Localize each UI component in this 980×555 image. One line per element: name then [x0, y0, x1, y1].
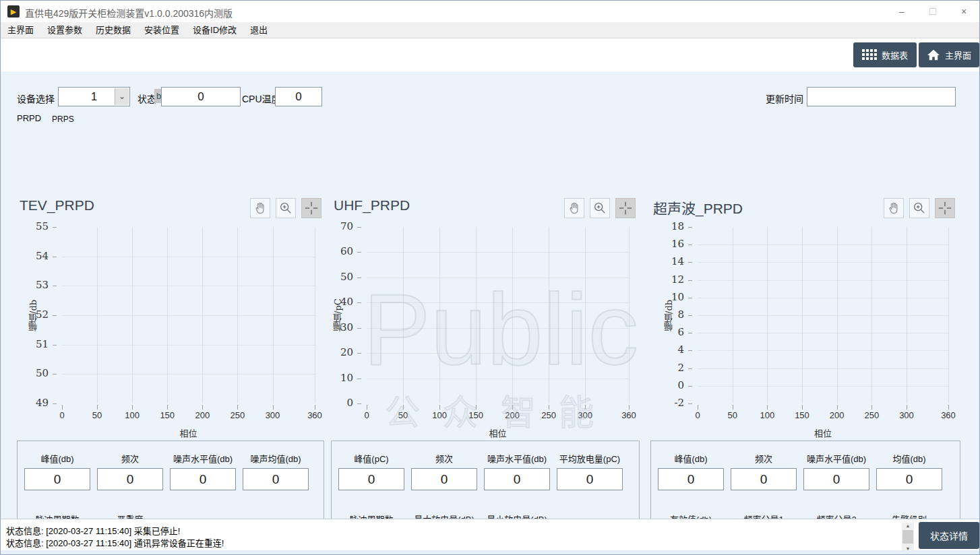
h-gridline [62, 374, 315, 374]
h-gridline [367, 353, 629, 354]
tab-prpd[interactable]: PRPD [17, 113, 41, 123]
crosshair-icon[interactable] [935, 198, 955, 218]
pan-icon[interactable] [884, 198, 904, 218]
data-table-button-label: 数据表 [882, 48, 908, 61]
y-axis-label: 幅值/pC [332, 227, 344, 403]
status-scrollbar[interactable]: ▲ ▼ [902, 523, 914, 552]
cpu-temp-field: 0 [275, 87, 322, 106]
x-tick-mark [476, 405, 477, 410]
menu-item-2[interactable]: 历史数据 [89, 23, 137, 38]
y-tick-mark [688, 244, 692, 245]
menu-item-4[interactable]: 设备ID修改 [186, 23, 243, 38]
field-label: 频次 [404, 452, 485, 465]
scrollbar-thumb[interactable] [902, 530, 913, 544]
zoom-in-icon[interactable] [590, 198, 610, 218]
crosshair-icon[interactable] [615, 198, 636, 218]
h-gridline [62, 345, 315, 346]
x-tick-mark [549, 405, 549, 410]
field-value-box: 0 [411, 468, 477, 490]
close-button[interactable]: × [948, 1, 979, 22]
h-gridline [698, 386, 948, 387]
field-label: 均值(db) [869, 452, 950, 465]
y-tick-mark [688, 298, 692, 298]
h-gridline [367, 302, 629, 303]
x-tick-label: 150 [462, 410, 489, 420]
x-tick-mark [132, 405, 133, 410]
x-tick-mark [767, 405, 768, 410]
x-tick-mark [439, 405, 440, 410]
zoom-in-icon[interactable] [276, 198, 296, 218]
menu-item-0[interactable]: 主界面 [1, 23, 40, 38]
zoom-in-icon[interactable] [909, 198, 929, 218]
x-tick-mark [315, 405, 315, 410]
v-gridline [512, 227, 513, 403]
h-gridline [698, 244, 948, 245]
crosshair-icon[interactable] [301, 198, 321, 218]
menu-item-1[interactable]: 设置参数 [40, 23, 89, 38]
window-title: 直供电429版开关柜检测装置v1.0.0.200316内测版 [25, 6, 233, 20]
x-tick-label: 200 [189, 410, 216, 420]
data-table-button[interactable]: 数据表 [853, 42, 917, 67]
x-tick-mark [698, 405, 698, 410]
x-tick-mark [97, 405, 98, 410]
grid-icon [862, 49, 877, 61]
field-value-box: 0 [170, 468, 236, 490]
status-value-field: 0 [161, 87, 241, 106]
status-message-2: 状态信息: [2020-03-27 11:15:40] 通讯异常设备正在重连! [6, 536, 224, 549]
v-gridline [439, 227, 440, 403]
v-gridline [315, 227, 315, 403]
x-tick-mark [167, 405, 168, 410]
home-icon [927, 49, 940, 61]
y-tick-mark [688, 368, 692, 369]
chevron-down-icon[interactable]: ⌄ [115, 88, 129, 105]
v-gridline [167, 227, 168, 403]
x-tick-mark [202, 405, 203, 410]
menu-item-5[interactable]: 退出 [243, 23, 274, 38]
y-tick-mark [357, 353, 361, 354]
maximize-button[interactable]: ☐ [917, 1, 948, 22]
v-gridline [767, 227, 768, 403]
x-tick-mark [871, 405, 872, 410]
x-tick-label: 250 [535, 410, 562, 420]
x-tick-mark [62, 405, 63, 410]
y-tick-mark [357, 379, 361, 379]
menu-item-3[interactable]: 安装位置 [137, 23, 186, 38]
field-value-box: 0 [243, 468, 309, 490]
app-window: ▶ 直供电429版开关柜检测装置v1.0.0.200316内测版 – ☐ × 主… [0, 0, 980, 555]
v-gridline [837, 227, 838, 403]
h-gridline [698, 280, 948, 281]
x-tick-label: 0 [684, 410, 711, 420]
scroll-up-icon[interactable]: ▲ [902, 523, 914, 529]
y-tick-mark [357, 302, 361, 303]
x-axis-label: 相位 [478, 426, 518, 439]
h-gridline [698, 315, 948, 316]
v-gridline [733, 227, 733, 403]
main-screen-button[interactable]: 主界面 [919, 42, 979, 67]
field-label: 频次 [723, 452, 804, 465]
app-icon: ▶ [7, 5, 20, 18]
h-gridline [367, 278, 629, 278]
x-tick-mark [403, 405, 404, 410]
field-label: 峰值(pC) [331, 452, 412, 465]
v-gridline [629, 227, 630, 403]
x-axis-label: 相位 [169, 426, 209, 439]
x-tick-label: 50 [719, 410, 746, 420]
v-gridline [585, 227, 586, 403]
field-label: 噪声水平值(db) [162, 452, 243, 465]
device-select-dropdown[interactable]: 1 ⌄ [58, 87, 130, 106]
status-detail-button[interactable]: 状态详情 [919, 522, 979, 549]
y-tick-mark [53, 286, 57, 286]
tab-prps[interactable]: PRPS [52, 115, 74, 124]
minimize-button[interactable]: – [886, 1, 917, 22]
x-tick-mark [733, 405, 733, 410]
x-tick-mark [512, 405, 513, 410]
x-tick-mark [837, 405, 838, 410]
field-value-box: 0 [876, 468, 942, 490]
x-tick-label: 50 [390, 410, 417, 420]
field-label: 频次 [90, 452, 171, 465]
pan-icon[interactable] [564, 198, 584, 218]
v-gridline [871, 227, 872, 403]
pan-icon[interactable] [250, 198, 270, 218]
x-tick-mark [367, 405, 367, 410]
chart-2: 超声波_PRPD181614121086420-2050100150200250… [650, 195, 960, 440]
